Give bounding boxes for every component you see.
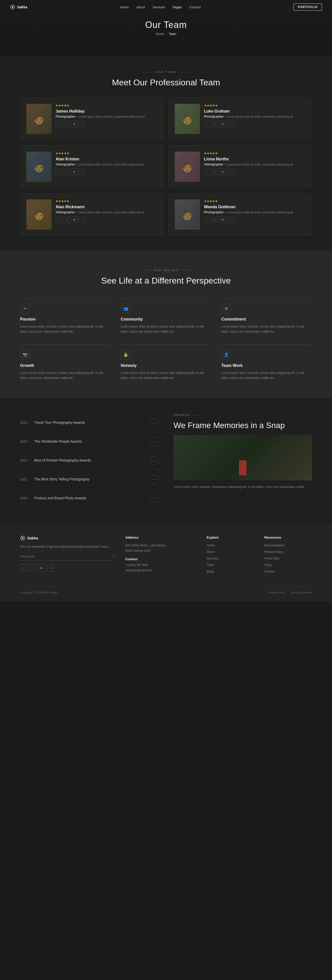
award-2021: 2021 The Best Story Telling Photography …	[20, 470, 158, 489]
footer-facebook-icon[interactable]: f	[20, 565, 27, 571]
portfolio-button[interactable]: PORTFOLIO	[294, 3, 322, 11]
footer-explore-blogs[interactable]: Blogs	[207, 570, 214, 573]
facebook-icon[interactable]: f	[204, 121, 210, 127]
team-info-3: ★★★★★ Alan Kristen Videographer – Lorem …	[55, 151, 157, 175]
team-stars-5: ★★★★★	[55, 199, 157, 203]
footer-phone: +1(234) 567 890	[125, 563, 197, 568]
youtube-icon[interactable]: ▶	[220, 121, 226, 127]
awards-list: 2024 Travel Tour Photography Awards → 20…	[20, 414, 158, 508]
pinterest-icon[interactable]: p	[64, 121, 70, 127]
youtube-icon[interactable]: ▶	[72, 169, 78, 175]
pinterest-icon[interactable]: p	[64, 169, 70, 175]
footer-youtube-icon[interactable]: ▶	[38, 565, 45, 571]
team-grid: 🧑 ★★★★★ James Halliday Photographer – Lo…	[20, 97, 312, 236]
values-section: OUR VALUES See Life at a Different Persp…	[0, 251, 332, 398]
footer-privacy-link[interactable]: Privacy Policy	[268, 591, 285, 594]
team-socials-2: f p ▶ t	[204, 121, 305, 127]
footer-instagram-icon[interactable]: ◎	[47, 565, 54, 571]
footer-email-arrow[interactable]: →	[111, 554, 115, 559]
award-arrow-2020[interactable]: →	[150, 494, 158, 503]
teamwork-icon: 👤	[221, 350, 231, 360]
facebook-icon[interactable]: f	[55, 121, 62, 127]
team-info-6: ★★★★★ Wanda Goldman Photographer – Lorem…	[204, 199, 305, 223]
team-card-top-6: 🧑 ★★★★★ Wanda Goldman Photographer – Lor…	[175, 199, 305, 230]
footer-twitter-icon[interactable]: t	[29, 565, 36, 571]
honesty-desc: Lorem ipsum dolor sit amet, consec tetur…	[121, 371, 211, 381]
footer-explore-title: Explore	[207, 536, 254, 539]
nav-services[interactable]: Services	[152, 5, 165, 9]
nav-about[interactable]: About	[136, 5, 145, 9]
award-2023: 2023 The Worldwide People Awards →	[20, 432, 158, 451]
nav-pages[interactable]: Pages	[172, 5, 182, 9]
nav-home[interactable]: Home	[120, 5, 129, 9]
navbar: Sakka Home About Services Pages Contact …	[0, 0, 332, 14]
footer-explore-about[interactable]: About	[207, 550, 215, 554]
facebook-icon[interactable]: f	[204, 169, 210, 175]
team-socials-4: f p ▶ t	[204, 169, 305, 175]
facebook-icon[interactable]: f	[55, 216, 62, 223]
awards-section: 2024 Travel Tour Photography Awards → 20…	[0, 398, 332, 523]
award-name-2020: Product and Brand Photo Awards	[34, 496, 146, 501]
pinterest-icon[interactable]: p	[212, 216, 218, 223]
team-stars-6: ★★★★★	[204, 199, 305, 203]
team-info-4: ★★★★★ Linna Norths Videographer – Lorem …	[204, 151, 305, 175]
youtube-icon[interactable]: ▶	[220, 216, 226, 223]
team-card-top-2: 🧑 ★★★★★ Luke Graham Photographer – Lorem…	[175, 104, 305, 134]
nav-contact[interactable]: Contact	[190, 5, 201, 9]
award-year-2023: 2023	[20, 440, 30, 444]
footer-resource-press[interactable]: Press Files	[264, 557, 279, 560]
team-section-label: OUR TEAM	[20, 70, 312, 73]
team-card-5: 🧑 ★★★★★ Alan Rickmann Videographer – Lor…	[20, 193, 163, 236]
award-arrow-2024[interactable]: →	[150, 418, 158, 427]
person-silhouette: 🧑	[175, 199, 200, 230]
pinterest-icon[interactable]: p	[212, 169, 218, 175]
award-arrow-2023[interactable]: →	[150, 438, 158, 446]
breadcrumb-current: Team	[169, 32, 176, 36]
team-name-5: Alan Rickmann	[55, 205, 157, 209]
pinterest-icon[interactable]: p	[212, 121, 218, 127]
team-photo-1: 🧑	[27, 104, 52, 134]
team-photo-6: 🧑	[175, 199, 200, 230]
award-arrow-2021[interactable]: →	[150, 475, 158, 484]
team-card-1: 🧑 ★★★★★ James Halliday Photographer – Lo…	[20, 97, 163, 140]
footer-resource-documentation[interactable]: Documentation	[264, 544, 285, 547]
twitter-icon[interactable]: t	[80, 169, 86, 175]
footer-resource-faq[interactable]: FAQs	[264, 563, 272, 567]
footer-email: example@mail.com	[125, 568, 197, 573]
team-photo-5: 🧑	[27, 199, 52, 230]
footer-grid: Sakka Join our newsletter to get the lat…	[20, 536, 312, 576]
footer-explore-team[interactable]: Team	[207, 563, 214, 567]
twitter-icon[interactable]: t	[228, 169, 234, 175]
footer-explore-services[interactable]: Services	[207, 557, 218, 560]
award-arrow-2022[interactable]: →	[150, 456, 158, 465]
footer-col-explore: Explore Home About Services Team Blogs	[207, 536, 254, 576]
footer-explore-home[interactable]: Home	[207, 544, 215, 547]
values-label: OUR VALUES	[20, 269, 312, 272]
youtube-icon[interactable]: ▶	[72, 121, 78, 127]
nav-logo: Sakka	[10, 5, 27, 10]
footer-col-address: Address 034 Erling Knolls, Lake Kenny No…	[125, 536, 197, 576]
footer-resources-title: Resources	[264, 536, 312, 539]
value-growth: 📷 Growth Lorem ipsum dolor sit amet, con…	[20, 344, 111, 381]
twitter-icon[interactable]: t	[228, 121, 234, 127]
footer-terms-link[interactable]: Terms & Services	[290, 591, 312, 594]
footer-resources-links: Documentation Privacy Policy Press Files…	[264, 543, 312, 574]
pinterest-icon[interactable]: p	[64, 216, 70, 223]
facebook-icon[interactable]: f	[204, 216, 210, 223]
award-name-2024: Travel Tour Photography Awards	[34, 420, 146, 425]
commitment-icon: ⚙	[221, 304, 231, 313]
team-card-top-5: 🧑 ★★★★★ Alan Rickmann Videographer – Lor…	[27, 199, 157, 230]
twitter-icon[interactable]: t	[80, 216, 86, 223]
twitter-icon[interactable]: t	[80, 121, 86, 127]
twitter-icon[interactable]: t	[228, 216, 234, 223]
footer-email-input[interactable]	[20, 555, 111, 558]
footer-address-line2: North Dakota 8102	[125, 548, 197, 554]
facebook-icon[interactable]: f	[55, 169, 62, 175]
breadcrumb-home[interactable]: Home	[156, 32, 164, 36]
footer-resource-privacy[interactable]: Privacy Policy	[264, 550, 283, 554]
footer-resource-contact[interactable]: Contact	[264, 570, 275, 573]
honesty-icon: 🔒	[121, 350, 131, 360]
team-name-1: James Halliday	[55, 109, 157, 114]
youtube-icon[interactable]: ▶	[220, 169, 226, 175]
youtube-icon[interactable]: ▶	[72, 216, 78, 223]
